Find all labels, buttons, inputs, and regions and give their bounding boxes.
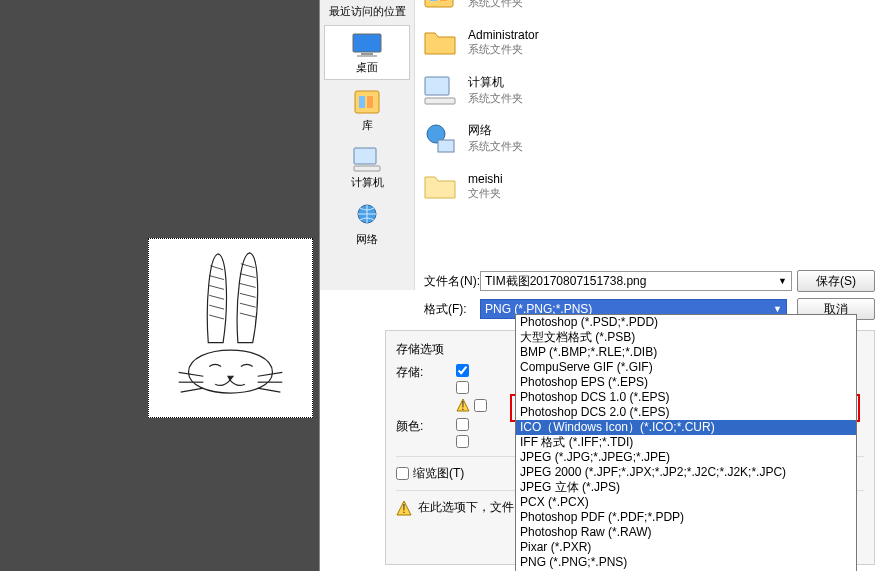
svg-rect-25 [354, 166, 380, 171]
format-option[interactable]: Photoshop EPS (*.EPS) [516, 375, 856, 390]
computer-icon [422, 74, 458, 106]
svg-text:!: ! [402, 502, 405, 516]
svg-line-9 [240, 293, 256, 297]
format-option[interactable]: JPEG (*.JPG;*.JPEG;*.JPE) [516, 450, 856, 465]
svg-line-12 [179, 372, 204, 376]
format-option[interactable]: Photoshop (*.PSD;*.PDD) [516, 315, 856, 330]
svg-line-1 [209, 276, 224, 280]
nav-network[interactable]: 网络 [320, 196, 414, 251]
filename-label: 文件名(N): [420, 273, 480, 290]
svg-line-3 [209, 295, 224, 299]
svg-line-11 [240, 313, 256, 317]
svg-line-2 [209, 285, 224, 289]
svg-rect-33 [438, 140, 454, 152]
color-label: 颜色: [396, 418, 456, 435]
list-item[interactable]: meishi文件夹 [420, 162, 860, 210]
color-opt-1[interactable] [456, 418, 469, 431]
svg-rect-18 [353, 34, 381, 52]
format-option[interactable]: JPEG 2000 (*.JPF;*.JPX;*.JP2;*.J2C;*.J2K… [516, 465, 856, 480]
format-option[interactable]: BMP (*.BMP;*.RLE;*.DIB) [516, 345, 856, 360]
svg-rect-28 [430, 0, 437, 1]
format-option[interactable]: Photoshop PDF (*.PDF;*.PDP) [516, 510, 856, 525]
svg-rect-19 [361, 53, 373, 55]
format-option[interactable]: Photoshop DCS 2.0 (*.EPS) [516, 405, 856, 420]
store-opt-2[interactable] [456, 381, 487, 394]
svg-rect-30 [425, 77, 449, 95]
desktop-icon [351, 32, 383, 58]
filename-input[interactable] [480, 271, 792, 291]
svg-line-8 [240, 283, 256, 287]
format-option[interactable]: PNG (*.PNG;*.PNS) [516, 555, 856, 570]
network-icon [351, 202, 383, 230]
computer-icon [351, 145, 383, 173]
store-label: 存储: [396, 364, 456, 381]
format-dropdown[interactable]: Photoshop (*.PSD;*.PDD)大型文档格式 (*.PSB)BMP… [515, 314, 857, 571]
chevron-down-icon[interactable]: ▼ [778, 276, 787, 286]
list-item[interactable]: 网络系统文件夹 [420, 114, 860, 162]
format-option[interactable]: Photoshop Raw (*.RAW) [516, 525, 856, 540]
svg-rect-31 [425, 98, 455, 104]
svg-line-15 [258, 372, 283, 376]
libraries-icon [351, 88, 383, 116]
store-opt-3[interactable]: ! [456, 398, 487, 412]
svg-line-5 [209, 315, 224, 319]
svg-line-7 [240, 274, 256, 278]
format-option[interactable]: 大型文档格式 (*.PSB) [516, 330, 856, 345]
color-opt-2[interactable] [456, 435, 469, 448]
nav-desktop[interactable]: 桌面 [324, 25, 410, 80]
save-button[interactable]: 保存(S) [797, 270, 875, 292]
list-item[interactable]: 库系统文件夹 [420, 0, 860, 18]
svg-rect-20 [357, 55, 377, 57]
format-label: 格式(F): [420, 301, 480, 318]
svg-line-14 [181, 388, 204, 392]
svg-line-4 [209, 305, 224, 309]
store-opt-1[interactable] [456, 364, 487, 377]
folder-icon [422, 170, 458, 202]
warning-icon: ! [396, 500, 412, 516]
network-icon [422, 122, 458, 154]
svg-rect-24 [354, 148, 376, 164]
warning-icon: ! [456, 398, 470, 412]
chevron-down-icon: ▼ [773, 304, 782, 314]
format-option[interactable]: PCX (*.PCX) [516, 495, 856, 510]
format-option[interactable]: Pixar (*.PXR) [516, 540, 856, 555]
folder-icon [422, 26, 458, 58]
format-option[interactable]: CompuServe GIF (*.GIF) [516, 360, 856, 375]
svg-text:!: ! [461, 399, 464, 412]
places-sidebar: 最近访问的位置 桌面 库 计算机 网络 [320, 0, 415, 290]
format-option[interactable]: JPEG 立体 (*.JPS) [516, 480, 856, 495]
svg-line-0 [210, 266, 223, 270]
rabbit-drawing [154, 244, 307, 412]
format-option[interactable]: IFF 格式 (*.IFF;*.TDI) [516, 435, 856, 450]
nav-recent[interactable]: 最近访问的位置 [320, 0, 414, 23]
canvas-image [148, 238, 313, 418]
nav-libraries[interactable]: 库 [320, 82, 414, 137]
svg-rect-23 [367, 96, 373, 108]
svg-rect-29 [440, 0, 447, 1]
libraries-icon [422, 0, 458, 10]
svg-rect-22 [359, 96, 365, 108]
list-item[interactable]: 计算机系统文件夹 [420, 66, 860, 114]
svg-rect-27 [425, 0, 453, 7]
nav-computer[interactable]: 计算机 [320, 139, 414, 194]
svg-line-17 [258, 388, 281, 392]
save-dialog: 最近访问的位置 桌面 库 计算机 网络 库系统文件夹 Administrator… [319, 0, 885, 571]
svg-line-10 [240, 303, 256, 307]
file-list[interactable]: 库系统文件夹 Administrator系统文件夹 计算机系统文件夹 网络系统文… [420, 0, 860, 210]
format-option[interactable]: Photoshop DCS 1.0 (*.EPS) [516, 390, 856, 405]
format-option[interactable]: ICO（Windows Icon）(*.ICO;*.CUR) [516, 420, 856, 435]
list-item[interactable]: Administrator系统文件夹 [420, 18, 860, 66]
